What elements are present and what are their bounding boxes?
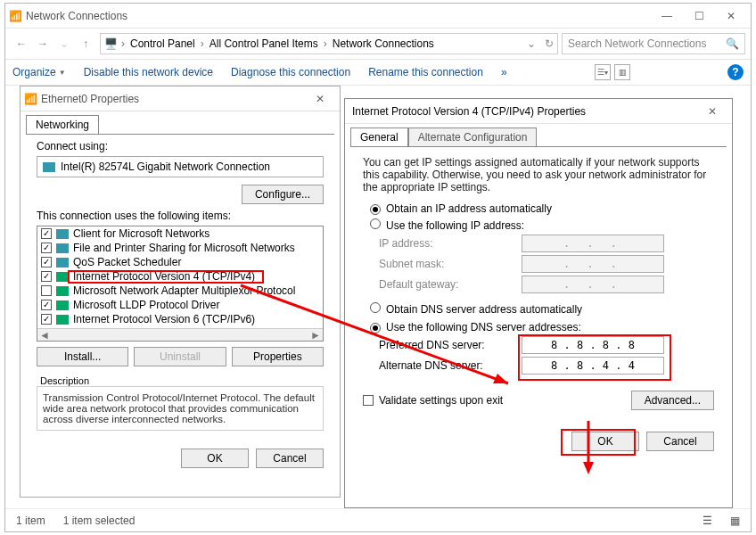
preview-pane-icon[interactable]: ▥: [614, 64, 630, 80]
radio-use-ip[interactable]: Use the following IP address:: [370, 218, 714, 232]
uninstall-button: Uninstall: [134, 347, 226, 366]
crumb-all-items[interactable]: All Control Panel Items: [208, 37, 320, 50]
list-item[interactable]: File and Printer Sharing for Microsoft N…: [37, 241, 323, 255]
breadcrumb[interactable]: 🖥️ › Control Panel › All Control Panel I…: [100, 33, 558, 54]
protocol-label: QoS Packet Scheduler: [73, 256, 181, 268]
minimize-button[interactable]: —: [651, 5, 683, 27]
protocol-label: Microsoft LLDP Protocol Driver: [73, 299, 220, 311]
subnet-input: . . .: [522, 255, 664, 273]
highlight-dns: [518, 334, 671, 381]
rename-button[interactable]: Rename this connection: [368, 66, 483, 78]
ok-button[interactable]: OK: [181, 449, 249, 468]
recent-dropdown[interactable]: ⌄: [53, 33, 75, 54]
protocol-icon: [56, 300, 69, 310]
description-heading: Description: [40, 375, 324, 386]
diagnose-button[interactable]: Diagnose this connection: [231, 66, 350, 78]
search-icon: 🔍: [726, 37, 739, 50]
close-button[interactable]: ✕: [696, 101, 728, 122]
folder-icon: 🖥️: [104, 37, 118, 50]
validate-checkbox[interactable]: Validate settings upon exit Advanced...: [363, 391, 714, 410]
checkbox-icon[interactable]: [41, 257, 52, 268]
back-button[interactable]: ←: [11, 33, 32, 54]
chevron-right-icon: ›: [121, 37, 125, 50]
radio-obtain-dns[interactable]: Obtain DNS server address automatically: [370, 302, 714, 316]
adapter-dropdown[interactable]: Intel(R) 82574L Gigabit Network Connecti…: [37, 156, 324, 177]
status-bar: 1 item 1 item selected ☰ ▦: [5, 508, 751, 531]
status-selection: 1 item selected: [63, 514, 136, 527]
connect-using-label: Connect using:: [37, 140, 324, 152]
close-button[interactable]: ✕: [304, 88, 336, 110]
protocol-icon: [56, 258, 69, 268]
up-button[interactable]: ↑: [75, 33, 96, 54]
refresh-icon[interactable]: ↻: [545, 37, 554, 50]
adapter-name: Intel(R) 82574L Gigabit Network Connecti…: [61, 160, 270, 173]
horizontal-scrollbar[interactable]: ◄►: [37, 328, 323, 341]
dialog-title: Ethernet0 Properties: [41, 93, 304, 105]
list-item[interactable]: Microsoft Network Adapter Multiplexor Pr…: [37, 284, 323, 298]
tab-alternate[interactable]: Alternate Configuration: [408, 128, 538, 146]
protocol-list[interactable]: Client for Microsoft NetworksFile and Pr…: [37, 226, 324, 342]
cancel-button[interactable]: Cancel: [646, 432, 714, 451]
properties-button[interactable]: Properties: [232, 347, 324, 366]
organize-menu[interactable]: Organize▼: [12, 66, 66, 78]
gateway-input: . . .: [522, 276, 664, 293]
dialog-icon: 📶: [24, 93, 37, 105]
checkbox-icon[interactable]: [41, 228, 52, 239]
ip-label: IP address:: [379, 237, 522, 250]
help-icon[interactable]: ?: [727, 64, 744, 80]
cancel-button[interactable]: Cancel: [256, 449, 324, 468]
address-bar-row: ← → ⌄ ↑ 🖥️ › Control Panel › All Control…: [5, 29, 751, 59]
protocol-label: Internet Protocol Version 6 (TCP/IPv6): [73, 313, 255, 325]
view-details-icon[interactable]: ☰▾: [595, 64, 611, 80]
pref-dns-label: Preferred DNS server:: [379, 339, 522, 351]
view-large-icon[interactable]: ☰: [703, 514, 712, 527]
checkbox-icon[interactable]: [41, 271, 52, 282]
crumb-control-panel[interactable]: Control Panel: [128, 37, 197, 50]
search-placeholder: Search Network Connections: [568, 37, 706, 50]
search-input[interactable]: Search Network Connections 🔍: [562, 33, 745, 54]
checkbox-icon: [363, 395, 374, 406]
maximize-button[interactable]: ☐: [683, 5, 715, 27]
adapter-icon: [43, 162, 55, 172]
protocol-label: Client for Microsoft Networks: [73, 227, 210, 240]
radio-obtain-ip[interactable]: Obtain an IP address automatically: [370, 202, 714, 215]
checkbox-icon[interactable]: [41, 243, 52, 253]
list-item[interactable]: Client for Microsoft Networks: [37, 226, 323, 241]
protocol-label: File and Printer Sharing for Microsoft N…: [73, 242, 295, 254]
list-item[interactable]: QoS Packet Scheduler: [37, 255, 323, 269]
list-item[interactable]: Internet Protocol Version 6 (TCP/IPv6): [37, 312, 323, 326]
address-dropdown-icon[interactable]: ⌄: [527, 37, 536, 50]
checkbox-icon[interactable]: [41, 285, 52, 296]
items-label: This connection uses the following items…: [37, 210, 324, 222]
command-bar: Organize▼ Disable this network device Di…: [5, 59, 751, 86]
chevron-right-icon: ›: [201, 37, 204, 50]
install-button[interactable]: Install...: [37, 347, 128, 366]
checkbox-icon[interactable]: [41, 300, 52, 310]
list-item[interactable]: Microsoft LLDP Protocol Driver: [37, 298, 323, 312]
chevron-right-icon: ›: [324, 37, 327, 50]
radio-icon: [370, 218, 381, 229]
protocol-icon: [56, 315, 69, 325]
configure-button[interactable]: Configure...: [242, 185, 324, 204]
ethernet-properties-dialog: 📶 Ethernet0 Properties ✕ Networking Conn…: [20, 86, 341, 498]
disable-device-button[interactable]: Disable this network device: [84, 66, 213, 78]
radio-use-dns[interactable]: Use the following DNS server addresses:: [370, 321, 714, 333]
more-commands[interactable]: »: [501, 66, 507, 78]
tab-general[interactable]: General: [350, 128, 408, 146]
view-small-icon[interactable]: ▦: [730, 514, 740, 527]
checkbox-icon[interactable]: [41, 314, 52, 325]
crumb-net-conn[interactable]: Network Connections: [331, 37, 436, 50]
protocol-icon: [56, 243, 69, 253]
info-text: You can get IP settings assigned automat…: [363, 156, 714, 193]
advanced-button[interactable]: Advanced...: [631, 391, 714, 410]
subnet-label: Subnet mask:: [379, 258, 522, 270]
alt-dns-label: Alternate DNS server:: [379, 359, 522, 372]
radio-icon: [370, 302, 381, 313]
highlight-ipv4: [68, 270, 264, 284]
forward-button[interactable]: →: [32, 33, 53, 54]
close-button[interactable]: ✕: [715, 5, 747, 27]
radio-icon: [370, 204, 381, 215]
gateway-label: Default gateway:: [379, 278, 522, 291]
protocol-icon: [56, 286, 69, 296]
tab-networking[interactable]: Networking: [26, 115, 99, 134]
